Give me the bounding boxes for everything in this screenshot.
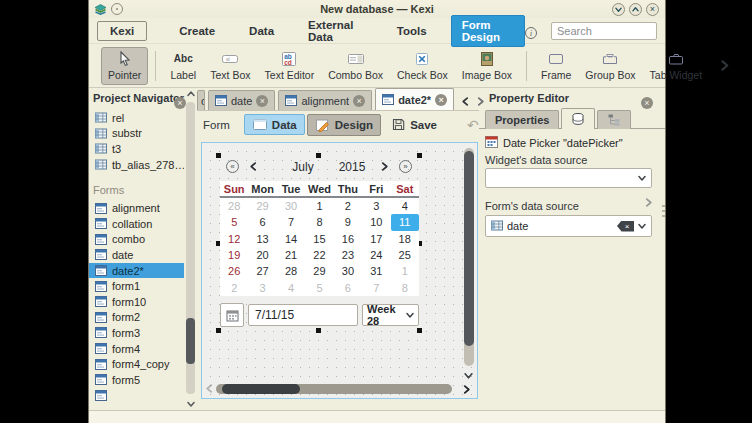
date-picker-widget[interactable]: « July 2015 » SunMonTueWedThuFriSat 2829… (218, 155, 420, 331)
selection-handle[interactable] (316, 328, 321, 333)
calendar-day-cell[interactable]: 5 (305, 279, 333, 295)
sidebar-item-form2[interactable]: form2 (89, 310, 184, 326)
sidebar-item-alignment[interactable]: alignment (89, 200, 184, 216)
text-editor-tool-button[interactable]: abcdText Editor (258, 47, 322, 85)
menu-item-create[interactable]: Create (169, 21, 225, 41)
date-input[interactable] (248, 304, 358, 326)
widget-datasource-combobox[interactable] (485, 168, 652, 188)
canvas-horizontal-scrollbar[interactable] (216, 384, 452, 394)
object-tree-icon-tab[interactable] (597, 110, 631, 129)
menu-item-tools[interactable]: Tools (387, 21, 437, 41)
selection-handle[interactable] (216, 328, 221, 333)
chevron-left-icon[interactable] (461, 97, 470, 106)
sidebar-item-combo[interactable]: combo (89, 232, 184, 248)
sidebar-item-substr[interactable]: substr (89, 126, 184, 142)
undo-icon[interactable]: ↶ (467, 118, 479, 132)
text-box-tool-button[interactable]: alText Box (203, 47, 257, 85)
frame-tool-button[interactable]: Frame (534, 47, 578, 85)
calendar-day-cell[interactable]: 2 (220, 279, 248, 295)
calendar-day-cell[interactable]: 5 (220, 214, 248, 230)
form-design-canvas[interactable]: « July 2015 » SunMonTueWedThuFriSat 2829… (201, 142, 478, 399)
scrollbar-thumb[interactable] (186, 318, 195, 364)
sidebar-item-date[interactable]: date (89, 247, 184, 263)
label-tool-button[interactable]: AbcLabel (163, 47, 203, 85)
next-year-icon[interactable]: » (399, 160, 412, 173)
close-button[interactable]: × (646, 3, 659, 16)
calendar-day-cell[interactable]: 3 (362, 198, 390, 214)
save-button[interactable]: Save (383, 113, 445, 136)
scrollbar-thumb[interactable] (222, 384, 300, 394)
sidebar-item-rel[interactable]: rel (89, 110, 184, 126)
tab-widget-tool-button[interactable]: Tab Widget (643, 47, 710, 85)
calendar-day-cell[interactable]: 6 (334, 279, 362, 295)
calendar-day-cell[interactable]: 30 (277, 198, 305, 214)
toolbar-overflow-button[interactable] (719, 60, 730, 71)
sidebar-item-collation[interactable]: collation (89, 216, 184, 232)
sidebar-item-date2[interactable]: date2* (89, 263, 184, 279)
design-button[interactable]: Design (307, 114, 381, 136)
form-datasource-combobox[interactable]: date × (485, 215, 652, 237)
calendar-day-cell[interactable]: 17 (362, 231, 390, 247)
calendar-day-cell[interactable]: 10 (362, 214, 390, 230)
calendar-day-cell[interactable]: 16 (334, 231, 362, 247)
sidebar-item-form1[interactable]: form1 (89, 278, 184, 294)
document-tab-o[interactable]: o× (197, 90, 205, 110)
calendar-day-cell[interactable]: 20 (248, 247, 276, 263)
week-selector[interactable]: Week 28 (362, 304, 419, 326)
calendar-day-cell[interactable]: 29 (248, 198, 276, 214)
scrollbar-thumb[interactable] (464, 151, 474, 346)
clear-icon[interactable]: × (617, 221, 634, 232)
search-input[interactable] (551, 22, 657, 40)
calendar-day-cell[interactable]: 8 (391, 279, 419, 295)
group-box-tool-button[interactable]: Group Box (578, 47, 642, 85)
calendar-day-cell[interactable]: 7 (362, 279, 390, 295)
calendar-day-cell[interactable]: 12 (220, 231, 248, 247)
calendar-day-cell[interactable]: 28 (220, 198, 248, 214)
calendar-day-cell[interactable]: 29 (305, 263, 333, 279)
calendar-day-cell[interactable]: 4 (391, 198, 419, 214)
image-box-tool-button[interactable]: Image Box (455, 47, 519, 85)
properties-tab[interactable]: Properties (485, 110, 559, 129)
check-box-tool-button[interactable]: Check Box (390, 47, 455, 85)
goto-form-datasource-icon[interactable] (644, 198, 653, 207)
sidebar-item-t3[interactable]: t3 (89, 141, 184, 157)
maximize-button[interactable] (629, 3, 642, 16)
calendar-day-cell[interactable]: 27 (248, 263, 276, 279)
calendar-day-cell[interactable]: 3 (248, 279, 276, 295)
calendar-day-cell[interactable]: 11 (391, 214, 419, 230)
calendar-day-cell[interactable]: 1 (305, 198, 333, 214)
info-icon[interactable]: i (525, 22, 537, 40)
document-tab-date2[interactable]: date2*× (375, 88, 454, 110)
calendar-day-cell[interactable]: 24 (362, 247, 390, 263)
calendar-day-cell[interactable]: 13 (248, 231, 276, 247)
calendar-day-cell[interactable]: 22 (305, 247, 333, 263)
chevron-down-icon[interactable] (464, 371, 473, 380)
sidebar-item-form4-copy[interactable]: form4_copy (89, 356, 184, 372)
minimize-button[interactable] (612, 3, 625, 16)
sidebar-item-form4[interactable]: form4 (89, 341, 184, 357)
chevron-up-icon[interactable] (187, 90, 195, 98)
calendar-month-button[interactable]: July (280, 160, 326, 174)
data-button[interactable]: Data (244, 114, 305, 135)
calendar-icon[interactable] (220, 303, 244, 327)
calendar-day-cell[interactable]: 8 (305, 214, 333, 230)
menu-item-kexi[interactable]: Kexi (97, 21, 147, 41)
sidebar-item-tb-alias-278[interactable]: tb_alias_278… (89, 157, 184, 173)
document-tab-alignment[interactable]: alignment× (278, 90, 372, 110)
calendar-year-button[interactable]: 2015 (332, 160, 372, 174)
pointer-tool-button[interactable]: Pointer (101, 47, 148, 85)
form-menu-button[interactable]: Form (203, 119, 230, 131)
sidebar-item-form5[interactable]: form5 (89, 372, 184, 388)
calendar-day-cell[interactable]: 18 (391, 231, 419, 247)
menu-item-form-design[interactable]: Form Design (451, 15, 525, 47)
document-tab-date[interactable]: date× (208, 90, 275, 110)
sidebar-item-form3[interactable]: form3 (89, 325, 184, 341)
panel-splitter-handle[interactable] (662, 205, 665, 219)
chevron-right-icon[interactable] (380, 162, 389, 171)
calendar-day-cell[interactable]: 19 (220, 247, 248, 263)
calendar-day-cell[interactable]: 21 (277, 247, 305, 263)
prev-year-icon[interactable]: « (226, 160, 239, 173)
chevron-right-icon[interactable] (462, 385, 471, 394)
chevron-down-icon[interactable] (187, 400, 195, 408)
calendar-day-cell[interactable]: 31 (362, 263, 390, 279)
